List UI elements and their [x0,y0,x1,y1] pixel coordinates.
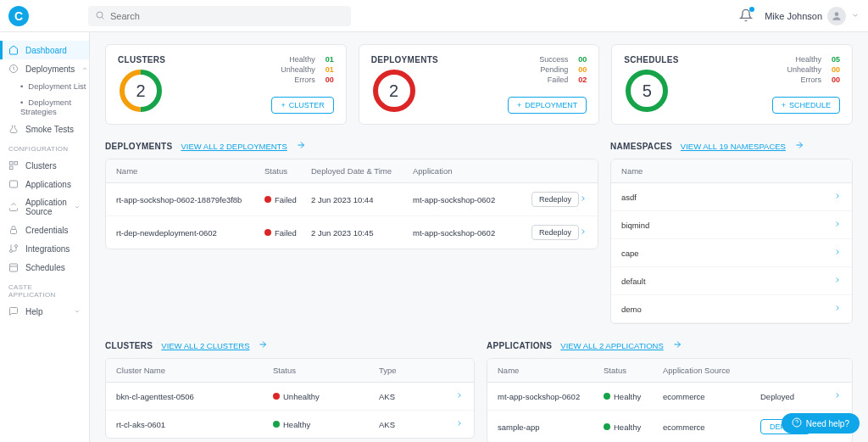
section-title-deployments: DEPLOYMENTS [105,142,172,151]
arrow-right-icon [296,140,306,152]
donut-schedules: 5 [624,68,670,114]
svg-point-10 [15,245,18,248]
arrow-right-icon [258,339,268,351]
test-icon [8,124,19,134]
svg-rect-4 [10,162,14,165]
apps-icon [8,179,19,189]
list-item[interactable]: demo [611,295,852,323]
svg-rect-11 [10,264,18,271]
add-cluster-button[interactable]: +CLUSTER [271,97,333,114]
redeploy-button[interactable]: Redeploy [531,225,579,240]
chevron-right-icon[interactable] [455,419,464,429]
view-all-applications[interactable]: VIEW ALL 2 APPLICATIONS [560,341,663,350]
svg-point-0 [97,12,103,18]
donut-clusters: 2 [118,68,164,114]
ns-name: biqmind [621,221,649,230]
cluster-name: bkn-cl-agenttest-0506 [116,392,273,401]
table-row: rt-cl-aks-0601 Healthy AKS [106,411,474,438]
integrations-icon [8,243,19,254]
donut-deployments: 2 [371,68,417,114]
svg-line-1 [102,17,103,19]
app-status: Healthy [604,392,663,401]
chevron-right-icon[interactable] [455,391,464,401]
dep-name: rt-dep-newdeployment-0602 [116,228,264,238]
chevron-right-icon[interactable] [579,227,587,238]
lock-icon [8,225,19,235]
notifications-icon[interactable] [739,8,753,24]
search-wrap[interactable] [88,6,351,26]
calendar-icon [8,262,19,272]
table-row: mt-app-sockshop-0602 Healthy ecommerce D… [487,383,852,411]
card-clusters: CLUSTERS 2 Healthy01 Unhealthy01 Errors0… [105,44,347,125]
list-item[interactable]: cape [611,239,852,267]
list-item[interactable]: asdf [611,183,852,211]
arrow-right-icon [794,140,804,152]
add-schedule-button[interactable]: +SCHEDULE [772,97,840,114]
user-menu[interactable]: Mike Johnson [765,7,860,25]
section-title-applications: APPLICATIONS [487,341,552,350]
chevron-right-icon [833,304,842,314]
chevron-right-icon [833,192,842,202]
sidebar-item-app-source[interactable]: Application Source [0,193,89,221]
search-input[interactable] [110,11,344,21]
cluster-type: AKS [379,392,455,401]
plus-icon: + [782,101,786,109]
list-item[interactable]: default [611,267,852,295]
chevron-down-icon [74,203,81,212]
sidebar-label: Deployments [25,64,75,74]
sidebar-sub-deployment-strategies[interactable]: •Deployment Strategies [0,94,89,120]
help-icon [8,306,19,316]
svg-rect-7 [10,181,18,187]
ns-name: default [621,277,646,286]
dep-app: mt-app-sockshop-0602 [413,195,531,204]
app-name: sample-app [498,422,604,432]
topbar: C Mike Johnson [0,0,868,32]
sidebar-item-dashboard[interactable]: Dashboard [0,41,89,59]
need-help-button[interactable]: Need help? [782,413,860,434]
view-all-deployments[interactable]: VIEW ALL 2 DEPLOYMENTS [181,142,287,151]
sidebar-item-credentials[interactable]: Credentials [0,221,89,239]
source-icon [8,202,19,212]
dep-status: Failed [264,195,311,204]
card-schedules: SCHEDULES 5 Healthy05 Unhealthy00 Errors… [611,44,853,125]
sidebar-item-help[interactable]: Help [0,302,89,321]
sidebar-sub-deployment-list[interactable]: •Deployment List [0,78,89,94]
chevron-right-icon[interactable] [579,194,587,204]
view-all-namespaces[interactable]: VIEW ALL 19 NAMESPACES [681,142,786,151]
logo: C [8,6,29,26]
sidebar: Dashboard Deployments •Deployment List •… [0,32,90,442]
sidebar-item-schedules[interactable]: Schedules [0,258,89,277]
cluster-name: rt-cl-aks-0601 [116,420,273,429]
chevron-right-icon [833,248,842,258]
app-name: mt-app-sockshop-0602 [498,392,604,401]
cluster-status: Healthy [273,420,379,429]
list-item[interactable]: biqmind [611,211,852,239]
section-title-clusters: CLUSTERS [105,341,153,350]
clusters-icon [8,160,19,171]
dep-status: Failed [264,228,311,238]
dep-app: mt-app-sockshop-0602 [413,228,531,238]
sidebar-section-config: CONFIGURATION [0,138,89,156]
search-icon [95,10,105,22]
redeploy-button[interactable]: Redeploy [531,192,579,207]
app-source: ecommerce [663,422,760,432]
table-row: rt-app-sockshop-0602-18879fe3f8b Failed … [106,183,598,216]
add-deployment-button[interactable]: +DEPLOYMENT [508,97,587,114]
svg-point-9 [10,250,13,253]
chevron-down-icon [74,307,81,316]
sidebar-item-integrations[interactable]: Integrations [0,239,89,258]
sidebar-item-applications[interactable]: Applications [0,175,89,193]
cluster-status: Unhealthy [273,392,379,401]
card-deployments: DEPLOYMENTS 2 Success00 Pending00 Failed… [359,44,600,125]
sidebar-item-smoke-tests[interactable]: Smoke Tests [0,120,89,138]
chevron-right-icon[interactable] [833,391,842,401]
deployments-table: Name Status Deployed Date & Time Applica… [105,159,598,249]
plus-icon: + [281,101,285,109]
view-all-clusters[interactable]: VIEW ALL 2 CLUSTERS [161,341,249,350]
ns-name: asdf [621,193,637,202]
arrow-right-icon [672,339,682,351]
sidebar-item-clusters[interactable]: Clusters [0,156,89,175]
card-title: DEPLOYMENTS [371,55,438,64]
sidebar-item-deployments[interactable]: Deployments [0,59,89,78]
card-title: CLUSTERS [118,55,165,64]
